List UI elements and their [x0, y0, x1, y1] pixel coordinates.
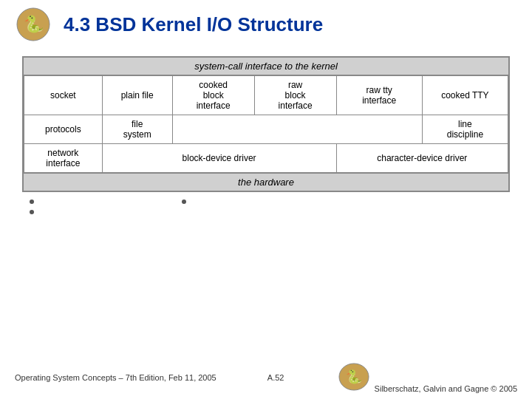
plain-file-cell: plain file [102, 76, 172, 115]
raw-tty-cell: raw ttyinterface [336, 76, 422, 115]
bullet-dot [182, 200, 186, 204]
protocols-cell: protocols [24, 115, 103, 144]
dot-row-2 [30, 210, 502, 214]
svg-text:🐍: 🐍 [346, 369, 363, 385]
footer-right-text: Silberschatz, Galvin and Gagne © 2005 [375, 384, 517, 393]
cooked-block-cell: cookedblockinterface [172, 76, 254, 115]
svg-text:🐍: 🐍 [24, 14, 44, 34]
table-row: protocols filesystem linediscipline [24, 115, 508, 144]
socket-cell: socket [24, 76, 103, 115]
cooked-tty-cell: cooked TTY [422, 76, 508, 115]
bullet-dot [30, 200, 34, 204]
page-title: 4.3 BSD Kernel I/O Structure [64, 13, 323, 36]
line-discipline-cell: linediscipline [422, 115, 508, 144]
dot-row-1 [30, 200, 502, 204]
empty-mid-cell [172, 115, 422, 144]
hardware-label: the hardware [24, 173, 508, 191]
table-row: socket plain file cookedblockinterface r… [24, 76, 508, 115]
footer-center: A.52 [267, 373, 284, 382]
table-row: networkinterface block-device driver cha… [24, 144, 508, 173]
footer-right: 🐍 Silberschatz, Galvin and Gagne © 2005 [335, 362, 517, 393]
syscall-interface-label: system-call interface to the kernel [24, 58, 508, 75]
header: 🐍 4.3 BSD Kernel I/O Structure [0, 0, 532, 49]
bullet-dots-area [30, 200, 502, 214]
bsd-diagram: system-call interface to the kernel sock… [22, 56, 510, 192]
char-device-driver-cell: character-device driver [336, 144, 508, 173]
footer-logo: 🐍 [335, 362, 372, 392]
file-system-cell: filesystem [102, 115, 172, 144]
block-device-driver-cell: block-device driver [102, 144, 336, 173]
raw-block-cell: rawblockinterface [254, 76, 336, 115]
diagram-table: socket plain file cookedblockinterface r… [24, 75, 508, 173]
network-interface-cell: networkinterface [24, 144, 103, 173]
header-logo: 🐍 [15, 6, 52, 43]
footer-left: Operating System Concepts – 7th Edition,… [15, 373, 216, 382]
bullet-dot [30, 210, 34, 214]
footer: Operating System Concepts – 7th Edition,… [0, 362, 532, 393]
